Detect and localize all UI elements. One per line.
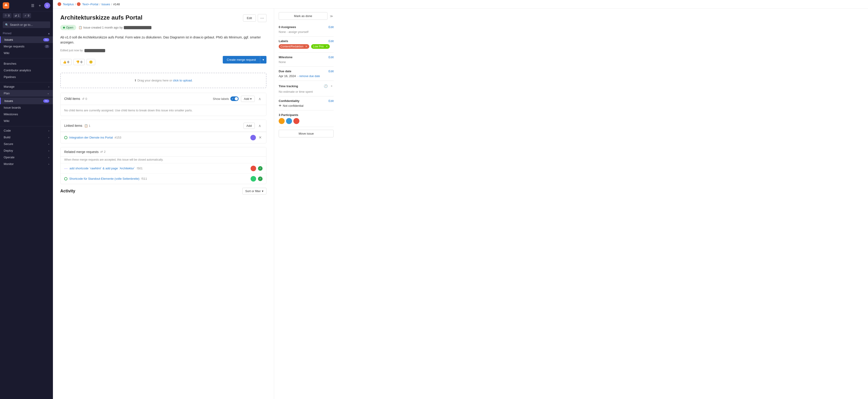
due-date-edit-button[interactable]: Edit — [329, 69, 334, 73]
linked-item-id: #153 — [115, 136, 121, 139]
mr-item-2-avatar — [251, 176, 256, 182]
sidebar-item-contributor-analytics[interactable]: Contributor analytics — [0, 67, 53, 74]
reactions-row: 👍 0 👎 0 🙂 Create merge request ▾ — [60, 56, 267, 68]
sidebar-item-issues-top[interactable]: Issues 71 — [0, 36, 53, 43]
participant-avatar-2[interactable] — [286, 118, 292, 124]
sidebar-code[interactable]: Code › — [0, 127, 53, 134]
sidebar-item-wiki-plan[interactable]: Wiki — [0, 118, 53, 124]
mr-item-2-left: Shortcode für Standout-Elemente (volle S… — [64, 177, 147, 180]
issues-icon: ⚐ — [5, 14, 7, 17]
sidebar-build[interactable]: Build › — [0, 134, 53, 141]
sidebar-manage[interactable]: Manage › — [0, 83, 53, 90]
sidebar-item-branches[interactable]: Branches — [0, 60, 53, 67]
child-items-label: Child items — [64, 97, 80, 100]
sidebar-operate[interactable]: Operate › — [0, 154, 53, 161]
move-issue-button[interactable]: Move issue — [279, 130, 334, 137]
more-options-button[interactable]: ⋯ — [258, 14, 267, 22]
status-badge: Open — [60, 25, 76, 30]
labels-list: Content/Redaktion ✕ Low Prio ✕ — [279, 44, 334, 50]
confidentiality-edit-button[interactable]: Edit — [329, 99, 334, 103]
related-mrs-section: Related merge requests ⇄ 2 When these me… — [60, 147, 267, 184]
sidebar-item-merge-requests[interactable]: Merge requests 7 — [0, 43, 53, 50]
merge-requests-badge[interactable]: ⇄ 1 — [13, 13, 22, 18]
toggle-switch-control[interactable]: ✓ — [230, 96, 239, 101]
linked-items-count: 📋 1 — [84, 124, 90, 127]
sidebar-item-wiki-top[interactable]: Wiki — [0, 50, 53, 56]
sidebar-item-issue-boards[interactable]: Issue boards — [0, 104, 53, 111]
child-items-collapse-button[interactable]: ∧ — [257, 96, 262, 101]
create-mr-dropdown-button[interactable]: ▾ — [260, 56, 267, 63]
participant-avatar-3[interactable] — [293, 118, 299, 124]
issue-boards-label: Issue boards — [4, 106, 21, 109]
add-emoji-button[interactable]: 🙂 — [87, 59, 95, 65]
pinned-section: Pinned ▲ Issues 71 Merge requests 7 Wiki — [0, 29, 53, 57]
mr-item-1-id: !501 — [137, 166, 143, 170]
linked-items-collapse-button[interactable]: ∧ — [257, 123, 262, 128]
todos-badge[interactable]: ✓ 9 — [23, 13, 31, 18]
breadcrumb-portal[interactable]: Text+-Portal — [82, 3, 98, 6]
sidebar-plan[interactable]: Plan ⌄ — [0, 90, 53, 97]
assignees-edit-button[interactable]: Edit — [329, 25, 334, 29]
related-mrs-subtitle: When these merge requests are accepted, … — [61, 157, 266, 163]
plan-items: Issues 71 Issue boards Milestones Wiki — [0, 97, 53, 125]
sidebar-secure[interactable]: Secure › — [0, 141, 53, 147]
mr-item-1-info: add shortcode `rawhtml` & add page `Arch… — [69, 166, 143, 170]
contributor-analytics-label: Contributor analytics — [4, 68, 31, 72]
issues-badge[interactable]: ⚐ 9 — [3, 13, 11, 18]
issues-count: 9 — [8, 14, 10, 17]
app-logo — [3, 2, 9, 9]
labels-edit-button[interactable]: Edit — [329, 39, 334, 43]
participant-avatar-1[interactable] — [279, 118, 285, 124]
user-avatar-button[interactable]: U — [44, 3, 50, 8]
deploy-label: Deploy — [4, 149, 13, 152]
design-upload-area[interactable]: ⬆ Drag your designs here or click to upl… — [60, 73, 267, 88]
sidebar-expand-button[interactable]: ≫ — [329, 14, 334, 19]
create-new-button[interactable]: ＋ — [37, 3, 43, 8]
issues-plan-count: 71 — [43, 99, 49, 103]
linked-items-add-button[interactable]: Add — [244, 123, 255, 129]
operate-label: Operate — [4, 156, 14, 159]
operate-chevron: › — [48, 156, 49, 159]
milestone-value: None — [279, 60, 334, 64]
sort-filter-button[interactable]: Sort or filter ▾ — [242, 188, 267, 194]
code-label: Code — [4, 129, 11, 132]
upload-suffix: . — [192, 79, 193, 82]
sidebar-item-milestones[interactable]: Milestones — [0, 111, 53, 118]
upload-link[interactable]: click to upload — [173, 79, 192, 82]
mark-as-done-button[interactable]: Mark as done — [279, 12, 328, 20]
editor-redacted — [85, 49, 105, 52]
sidebar-item-pipelines[interactable]: Pipelines — [0, 74, 53, 80]
sidebar-item-issues[interactable]: Issues 71 — [0, 98, 53, 104]
issue-meta: Open 📋 Issue created 1 month ago by — [60, 25, 267, 30]
label-content-redaktion-text: Content/Redaktion — [280, 45, 303, 48]
time-tracking-clock-button[interactable]: 🕐 — [323, 84, 328, 89]
create-merge-request-button[interactable]: Create merge request — [223, 56, 260, 63]
thumbs-down-button[interactable]: 👎 0 — [73, 59, 85, 65]
breadcrumb-textplus[interactable]: Textplus — [63, 3, 74, 6]
label-content-redaktion-remove[interactable]: ✕ — [305, 45, 307, 48]
linked-item-right: ✕ — [250, 135, 262, 141]
linked-item-title[interactable]: Integration der Dienste ins Portal #153 — [69, 136, 121, 139]
confidentiality-text: Not confidential — [283, 104, 304, 108]
mr-item-1-avatar — [251, 166, 256, 171]
remove-due-date-link[interactable]: - remove due date — [298, 74, 320, 78]
label-low-prio-remove[interactable]: ✕ — [325, 45, 328, 48]
sidebar-monitor[interactable]: Monitor › — [0, 161, 53, 167]
search-bar[interactable]: 🔍 Search or go to... — [3, 22, 50, 28]
edit-button[interactable]: Edit — [243, 14, 256, 22]
milestone-edit-button[interactable]: Edit — [329, 56, 334, 59]
pinned-header[interactable]: Pinned ▲ — [0, 30, 53, 36]
issue-title-row: Architekturskizze aufs Portal Edit ⋯ — [60, 14, 267, 22]
thumbs-up-button[interactable]: 👍 0 — [60, 59, 71, 65]
sidebar-deploy[interactable]: Deploy › — [0, 147, 53, 154]
linked-item-remove-button[interactable]: ✕ — [258, 135, 262, 140]
assignees-label: 0 Assignees — [279, 25, 296, 29]
child-items-add-button[interactable]: Add ▾ — [241, 96, 255, 102]
thumbs-up-icon: 👍 — [63, 60, 66, 64]
sidebar-toggle-button[interactable]: ☰ — [30, 3, 35, 8]
breadcrumb-issues[interactable]: Issues — [101, 3, 110, 6]
time-tracking-add-button[interactable]: ＋ — [330, 84, 334, 89]
eye-icon: 👁 — [279, 104, 282, 108]
due-date-text: Apr 16, 2024 — [279, 74, 296, 78]
document-icon: 📋 — [79, 26, 82, 29]
